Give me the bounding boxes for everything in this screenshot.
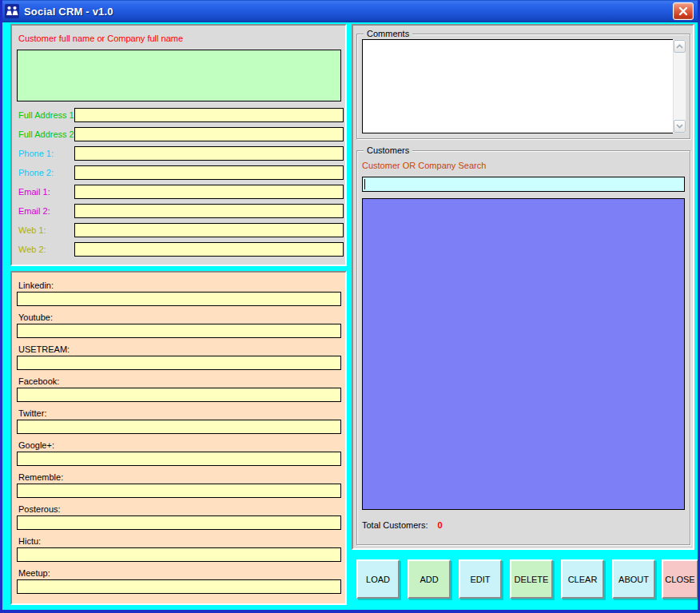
customer-search-input[interactable]: [362, 177, 685, 192]
total-customers-label: Total Customers:: [362, 520, 428, 530]
phone-2-label: Phone 2:: [18, 168, 54, 177]
scroll-down-button[interactable]: [674, 120, 686, 133]
twitter-label: Twitter:: [18, 408, 46, 418]
posterous-input[interactable]: [17, 515, 341, 530]
ustream-label: USETREAM:: [18, 344, 70, 354]
edit-button[interactable]: EDIT: [459, 559, 502, 599]
full-address-1-label: Full Address 1:: [18, 110, 77, 120]
twitter-input[interactable]: [17, 420, 341, 434]
phone-1-label: Phone 1:: [18, 149, 54, 158]
rememble-input[interactable]: [17, 484, 341, 498]
facebook-input[interactable]: [17, 388, 341, 402]
field-row-ustream: USETREAM:: [12, 343, 345, 375]
rememble-label: Rememble:: [18, 472, 63, 482]
email-2-input[interactable]: [74, 204, 344, 218]
scroll-up-icon: [676, 44, 683, 49]
close-command-button[interactable]: CLOSE: [662, 559, 698, 599]
customer-name-label: Customer full name or Company full name: [18, 34, 183, 43]
delete-button[interactable]: DELETE: [510, 559, 553, 599]
web-1-label: Web 1:: [18, 225, 46, 235]
close-icon: [678, 6, 688, 16]
titlebar[interactable]: Social CRM - v1.0: [0, 0, 700, 22]
field-row-facebook: Facebook:: [12, 375, 345, 407]
comments-scrollbar[interactable]: [673, 39, 686, 133]
total-customers-row: Total Customers:0: [362, 520, 443, 530]
googleplus-label: Google+:: [18, 440, 54, 450]
field-row-linkedin: Linkedin:: [12, 279, 345, 311]
load-button[interactable]: LOAD: [356, 559, 400, 599]
identity-field-rows: Full Address 1: Full Address 2: Phone 1:…: [12, 107, 345, 261]
button-row: LOAD ADD EDIT DELETE CLEAR ABOUT CLOSE: [2, 559, 698, 599]
email-1-input[interactable]: [74, 185, 344, 199]
clear-button[interactable]: CLEAR: [561, 559, 604, 599]
email-1-label: Email 1:: [18, 187, 50, 197]
youtube-label: Youtube:: [18, 312, 53, 322]
full-address-2-input[interactable]: [74, 127, 344, 141]
comments-group: Comments: [356, 34, 690, 139]
field-row-web-1: Web 1:: [12, 222, 345, 241]
scroll-up-button[interactable]: [674, 40, 686, 53]
web-2-label: Web 2:: [18, 245, 46, 254]
field-row-rememble: Rememble:: [12, 471, 345, 503]
social-panel: Linkedin: Youtube: USETREAM: Facebook: T…: [10, 271, 347, 605]
text-caret: [364, 179, 365, 189]
field-row-email-2: Email 2:: [12, 203, 345, 222]
field-row-phone-1: Phone 1:: [12, 145, 345, 165]
field-row-full-address-2: Full Address 2:: [12, 126, 345, 145]
add-button[interactable]: ADD: [408, 559, 451, 599]
about-button[interactable]: ABOUT: [612, 559, 655, 599]
comments-group-label: Comments: [364, 29, 412, 39]
full-address-2-label: Full Address 2:: [18, 129, 77, 139]
app-icon: [5, 4, 19, 18]
scroll-down-icon: [676, 124, 683, 129]
linkedin-label: Linkedin:: [18, 281, 54, 290]
field-row-posterous: Posterous:: [12, 503, 345, 535]
hictu-label: Hictu:: [18, 536, 41, 546]
googleplus-input[interactable]: [17, 452, 341, 466]
window-title: Social CRM - v1.0: [24, 6, 113, 18]
comments-textarea[interactable]: [362, 39, 678, 133]
phone-2-input[interactable]: [74, 165, 344, 180]
social-field-rows: Linkedin: Youtube: USETREAM: Facebook: T…: [12, 279, 345, 599]
field-row-twitter: Twitter:: [12, 407, 345, 439]
total-customers-value: 0: [438, 520, 443, 530]
field-row-full-address-1: Full Address 1:: [12, 107, 345, 126]
field-row-web-2: Web 2:: [12, 241, 345, 261]
email-2-label: Email 2:: [18, 206, 50, 216]
posterous-label: Posterous:: [18, 504, 61, 514]
field-row-email-1: Email 1:: [12, 184, 345, 203]
field-row-youtube: Youtube:: [12, 311, 345, 343]
right-panel: Comments Customers Customer OR Company S…: [352, 24, 694, 550]
customer-name-textarea[interactable]: [17, 50, 341, 102]
customer-listbox[interactable]: [362, 198, 685, 510]
youtube-input[interactable]: [17, 324, 341, 338]
field-row-googleplus: Google+:: [12, 439, 345, 471]
facebook-label: Facebook:: [18, 376, 59, 386]
web-2-input[interactable]: [74, 242, 344, 257]
app-window: Social CRM - v1.0 Customer full name or …: [0, 0, 700, 613]
customer-search-label: Customer OR Company Search: [362, 161, 486, 170]
field-row-phone-2: Phone 2:: [12, 165, 345, 184]
linkedin-input[interactable]: [17, 292, 341, 306]
identity-panel: Customer full name or Company full name …: [10, 24, 347, 266]
ustream-input[interactable]: [17, 356, 341, 370]
full-address-1-input[interactable]: [74, 108, 344, 122]
phone-1-input[interactable]: [74, 146, 344, 161]
web-1-input[interactable]: [74, 223, 344, 237]
close-button[interactable]: [673, 2, 694, 20]
customers-group: Customers Customer OR Company Search Tot…: [356, 150, 690, 545]
customers-group-label: Customers: [364, 145, 412, 156]
